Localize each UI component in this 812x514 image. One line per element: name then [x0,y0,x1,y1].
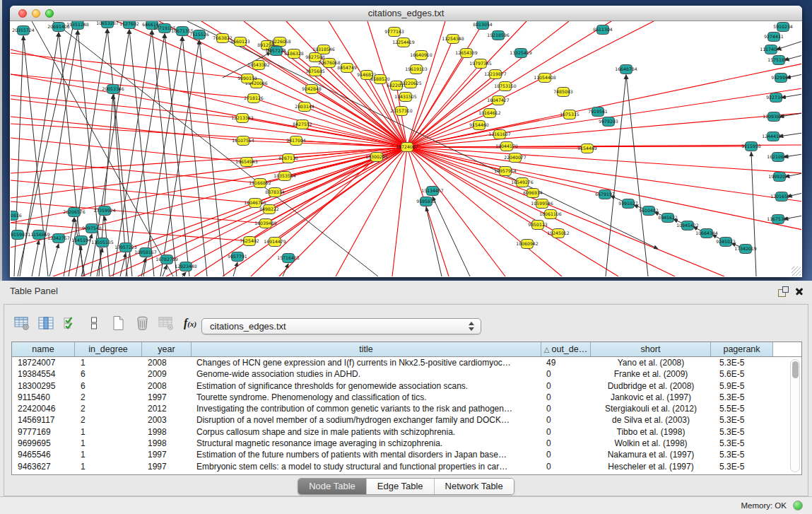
column-header-pagerank[interactable]: pagerank [711,342,773,356]
window-resize-grip[interactable] [792,267,801,276]
cell-pagerank[interactable]: 5.6E-5 [711,368,773,380]
edit-columns-icon[interactable] [35,313,57,333]
table-settings-icon[interactable] [11,313,33,333]
table-row[interactable]: 977716911998Corpus callosum shape and si… [12,426,801,438]
cell-year[interactable]: 1997 [142,392,192,403]
cell-name[interactable]: 9463627 [12,461,75,472]
cell-short[interactable]: Tibbo et al. (1998) [591,426,711,438]
cell-title[interactable]: Investigating the contribution of common… [192,403,541,414]
table-row[interactable]: 969969511998Structural magnetic resonanc… [12,438,801,449]
cell-in_degree[interactable]: 1 [75,426,142,438]
cell-title[interactable]: Corpus callosum shape and size in male p… [192,426,541,438]
cell-year[interactable]: 1998 [142,426,192,438]
cell-title[interactable]: Embryonic stem cells: a model to study s… [192,461,541,472]
cell-in_degree[interactable]: 6 [75,368,142,380]
column-header-out_de[interactable]: △out_de… [541,342,591,356]
new-table-icon[interactable] [107,313,129,333]
cell-short[interactable]: Stergiakouli et al. (2012) [591,403,711,414]
cell-name[interactable]: 18724007 [12,357,75,368]
minimize-window-icon[interactable] [32,9,40,18]
cell-year[interactable]: 2003 [142,414,192,426]
cell-out_de[interactable]: 0 [541,461,591,472]
cell-name[interactable]: 9777169 [12,426,75,438]
table-row[interactable]: 911546021997Tourette syndrome. Phenomeno… [12,392,801,403]
cell-short[interactable]: de Silva et al. (2003) [591,414,711,426]
network-canvas[interactable]: 2035572420691406193512481065328715276026… [11,21,801,276]
table-row[interactable]: 1872400712008Changes of HCN gene express… [12,357,801,368]
float-panel-icon[interactable] [778,286,789,297]
cell-out_de[interactable]: 49 [541,357,591,368]
network-window[interactable]: citations_edges.txt 20355724206914061935… [10,6,802,277]
scrollbar-thumb[interactable] [792,361,799,378]
citation-network-graph[interactable]: 2035572420691406193512481065328715276026… [11,21,801,276]
table-row[interactable]: 946362711997Embryonic stem cells: a mode… [12,461,801,472]
cell-short[interactable]: Jankovic et al. (1997) [591,392,711,403]
cell-in_degree[interactable]: 1 [75,461,142,472]
table-row[interactable]: 1456911722003Disruption of a novel membe… [12,414,801,426]
cell-year[interactable]: 1997 [142,449,192,460]
row-height-icon[interactable] [83,313,105,333]
cell-name[interactable]: 19384554 [12,368,75,380]
table-row[interactable]: 946554611997Estimation of the future num… [12,449,801,460]
cell-title[interactable]: Changes of HCN gene expression and I(f) … [192,357,541,368]
cell-year[interactable]: 2012 [142,403,192,414]
table-selector-dropdown[interactable]: citations_edges.txt [201,318,481,334]
network-window-titlebar[interactable]: citations_edges.txt [10,6,802,21]
cell-title[interactable]: Disruption of a novel member of a sodium… [192,414,541,426]
cell-name[interactable]: 22420046 [12,403,75,414]
cell-short[interactable]: Nakamura et al. (1997) [591,449,711,460]
cell-short[interactable]: Dudbridge et al. (2008) [591,380,711,392]
cell-pagerank[interactable]: 5.3E-5 [711,392,773,403]
column-header-title[interactable]: title [192,342,541,356]
cell-pagerank[interactable]: 5.3E-5 [711,449,773,460]
cell-out_de[interactable]: 0 [541,380,591,392]
close-panel-icon[interactable] [794,286,804,296]
cell-in_degree[interactable]: 6 [75,380,142,392]
tab-edge-table[interactable]: Edge Table [367,479,435,494]
cell-title[interactable]: Estimation of significance thresholds fo… [192,380,541,392]
cell-in_degree[interactable]: 2 [75,392,142,403]
cell-out_de[interactable]: 0 [541,449,591,460]
cell-out_de[interactable]: 0 [541,392,591,403]
delete-table-icon[interactable] [131,313,153,333]
cell-year[interactable]: 2008 [142,357,192,368]
cell-out_de[interactable]: 0 [541,438,591,449]
cell-pagerank[interactable]: 5.3E-5 [711,414,773,426]
cell-title[interactable]: Tourette syndrome. Phenomenology and cla… [192,392,541,403]
cell-pagerank[interactable]: 5.3E-5 [711,357,773,368]
cell-pagerank[interactable]: 5.3E-5 [711,426,773,438]
cell-short[interactable]: Yano et al. (2008) [591,357,711,368]
tab-node-table[interactable]: Node Table [298,479,367,494]
cell-year[interactable]: 1998 [142,438,192,449]
cell-name[interactable]: 9465546 [12,449,75,460]
cell-pagerank[interactable]: 5.5E-5 [711,403,773,414]
table-row[interactable]: 1938455462009Genome-wide association stu… [12,368,801,380]
cell-title[interactable]: Structural magnetic resonance image aver… [192,438,541,449]
cell-pagerank[interactable]: 5.9E-5 [711,380,773,392]
table-row[interactable]: 1830029562008Estimation of significance … [12,380,801,392]
cell-out_de[interactable]: 0 [541,403,591,414]
column-header-short[interactable]: short [591,342,711,356]
cell-out_de[interactable]: 0 [541,368,591,380]
cell-name[interactable]: 9699695 [12,438,75,449]
table-row[interactable]: 2242004622012Investigating the contribut… [12,403,801,414]
column-header-year[interactable]: year [142,342,192,356]
cell-pagerank[interactable]: 5.3E-5 [711,461,773,472]
cell-year[interactable]: 2008 [142,380,192,392]
select-all-rows-icon[interactable] [59,313,81,333]
cell-name[interactable]: 18300295 [12,380,75,392]
cell-short[interactable]: Franke et al. (2009) [591,368,711,380]
cell-in_degree[interactable]: 2 [75,403,142,414]
zoom-window-icon[interactable] [45,9,54,18]
column-header-in_degree[interactable]: in_degree [75,342,142,356]
cell-short[interactable]: Hescheler et al. (1997) [591,461,711,472]
cell-in_degree[interactable]: 1 [75,357,142,368]
cell-pagerank[interactable]: 5.3E-5 [711,438,773,449]
cell-short[interactable]: Wolkin et al. (1998) [591,438,711,449]
cell-name[interactable]: 9115460 [12,392,75,403]
import-table-disabled-icon[interactable] [155,313,177,333]
vertical-scrollbar[interactable] [790,359,800,472]
cell-in_degree[interactable]: 2 [75,414,142,426]
function-builder-icon[interactable]: f(x) [180,313,201,333]
cell-name[interactable]: 14569117 [12,414,75,426]
